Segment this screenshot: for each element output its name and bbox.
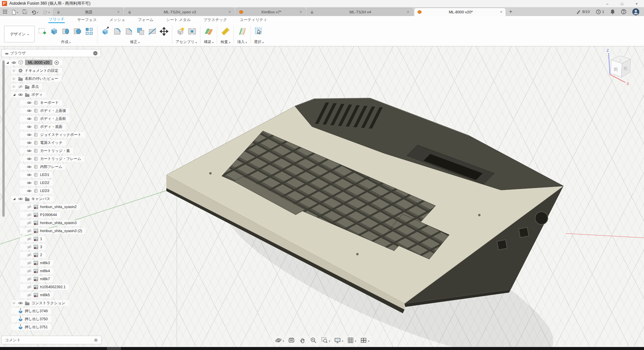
browser-row[interactable]: 3 bbox=[1, 243, 103, 251]
activity-button[interactable]: 1 bbox=[596, 9, 604, 14]
visibility-off-icon[interactable] bbox=[27, 204, 32, 209]
browser-item-label[interactable]: ml8k7 bbox=[40, 277, 50, 281]
group-label-inspect[interactable]: 検査 bbox=[220, 39, 230, 44]
browser-row[interactable]: 内部フレーム bbox=[1, 163, 103, 171]
undo-icon[interactable] bbox=[31, 9, 38, 15]
bell-icon[interactable] bbox=[610, 9, 615, 14]
visibility-on-icon[interactable] bbox=[27, 172, 32, 177]
browser-item-label[interactable]: ml8k5 bbox=[40, 293, 50, 297]
select-icon[interactable] bbox=[254, 27, 264, 36]
visibility-off-icon[interactable] bbox=[27, 277, 32, 282]
browser-row[interactable]: ▷原点 bbox=[1, 82, 103, 91]
browser-row[interactable]: 1 bbox=[1, 235, 103, 243]
pattern-icon[interactable] bbox=[85, 27, 94, 36]
fillet-icon[interactable] bbox=[113, 27, 122, 36]
browser-row[interactable]: ボディ・上面後 bbox=[1, 107, 103, 115]
browser-row[interactable]: ボディ・上面前 bbox=[1, 115, 103, 123]
save-icon[interactable] bbox=[22, 9, 27, 14]
split-body-icon[interactable] bbox=[148, 27, 157, 36]
browser-item-label[interactable]: 電源スイッチ bbox=[40, 140, 62, 145]
browser-item-label[interactable]: ボディ・上面後 bbox=[40, 108, 66, 113]
viewports-icon[interactable] bbox=[360, 337, 369, 344]
visibility-on-icon[interactable] bbox=[11, 60, 16, 65]
browser-item-label[interactable]: コンストラクション bbox=[31, 301, 65, 306]
browser-row[interactable]: 押し出し3750 bbox=[1, 315, 103, 323]
close-button[interactable]: × bbox=[629, 0, 644, 7]
browser-row[interactable]: ▷名前の付いたビュー bbox=[1, 74, 103, 82]
visibility-on-icon[interactable] bbox=[27, 108, 32, 113]
close-tab-icon[interactable]: × bbox=[117, 10, 120, 14]
browser-row[interactable]: LED1 bbox=[1, 171, 103, 179]
move-icon[interactable] bbox=[159, 27, 169, 36]
visibility-on-icon[interactable] bbox=[27, 100, 32, 105]
group-label-select[interactable]: 選択 bbox=[254, 39, 264, 44]
visibility-off-icon[interactable] bbox=[27, 244, 32, 249]
visibility-off-icon[interactable] bbox=[27, 220, 32, 225]
visibility-on-icon[interactable] bbox=[27, 124, 32, 129]
browser-row[interactable]: honbun_shita_syasin3 (2) bbox=[1, 227, 103, 235]
visibility-off-icon[interactable] bbox=[27, 260, 32, 266]
browser-header[interactable]: ブラウザ bbox=[1, 49, 101, 57]
browser-item-label[interactable]: 押し出し3749 bbox=[25, 309, 48, 314]
browser-row[interactable]: 押し出し3751 bbox=[1, 323, 103, 331]
browser-item-label[interactable]: ml8k4 bbox=[40, 269, 50, 273]
grid-settings-icon[interactable] bbox=[347, 337, 356, 344]
browser-row[interactable]: LED3 bbox=[1, 187, 103, 195]
browser-item-label[interactable]: honbun_shita_syasin2 bbox=[40, 205, 76, 209]
joint-icon[interactable] bbox=[187, 27, 197, 36]
browser-collapse-icon[interactable] bbox=[5, 51, 7, 55]
group-label-insert[interactable]: 挿入 bbox=[237, 39, 247, 44]
design-menu-button[interactable]: デザイン bbox=[4, 26, 35, 42]
browser-item-label[interactable]: キーボード bbox=[40, 100, 59, 105]
visibility-off-icon[interactable] bbox=[27, 236, 32, 241]
group-label-create[interactable]: 作成 bbox=[61, 39, 70, 44]
browser-item-label[interactable]: 1 bbox=[40, 237, 42, 241]
visibility-on-icon[interactable] bbox=[18, 301, 23, 306]
visibility-on-icon[interactable] bbox=[18, 196, 23, 201]
browser-row[interactable]: キーボード bbox=[1, 99, 103, 107]
browser-item-label[interactable]: ML-8000 v20 bbox=[25, 60, 52, 65]
visibility-on-icon[interactable] bbox=[27, 140, 32, 145]
new-component-icon[interactable] bbox=[176, 27, 185, 36]
zoom-window-icon[interactable] bbox=[321, 337, 330, 344]
close-tab-icon[interactable]: × bbox=[407, 10, 409, 14]
browser-row[interactable]: 2 bbox=[1, 251, 103, 259]
expander-closed-icon[interactable]: ▷ bbox=[12, 85, 16, 88]
ribbon-tab[interactable]: メッシュ bbox=[109, 17, 126, 23]
browser-row[interactable]: ml8k3 bbox=[1, 259, 103, 267]
redo-icon[interactable] bbox=[43, 9, 50, 15]
job-status-button[interactable]: 8/10 bbox=[576, 9, 590, 14]
browser-row[interactable]: カートリッジ・蓋 bbox=[1, 147, 103, 155]
browser-item-label[interactable]: LED3 bbox=[40, 189, 49, 193]
visibility-on-icon[interactable] bbox=[27, 148, 32, 153]
visibility-on-icon[interactable] bbox=[27, 164, 32, 169]
ribbon-tab[interactable]: ソリッド bbox=[48, 16, 65, 23]
browser-row[interactable]: ml8k4 bbox=[1, 267, 103, 275]
new-tab-button[interactable]: + bbox=[507, 8, 516, 16]
minimize-button[interactable]: – bbox=[600, 0, 615, 7]
avatar[interactable] bbox=[632, 8, 639, 15]
press-pull-icon[interactable] bbox=[101, 27, 110, 36]
expander-open-icon[interactable]: ◢ bbox=[12, 93, 16, 96]
expander-open-icon[interactable]: ◢ bbox=[5, 61, 10, 64]
ribbon-tab[interactable]: ユーティリティ bbox=[239, 17, 268, 23]
group-label-construct[interactable]: 構築 bbox=[204, 39, 213, 44]
add-comment-icon[interactable] bbox=[94, 337, 98, 343]
visibility-on-icon[interactable] bbox=[27, 180, 32, 185]
zoom-icon[interactable] bbox=[310, 337, 317, 344]
browser-row[interactable]: honbun_shita_syasin3 bbox=[1, 219, 103, 227]
browser-item-label[interactable]: P1090644 bbox=[40, 213, 57, 217]
orbit-icon[interactable] bbox=[275, 337, 284, 344]
create-sketch-icon[interactable] bbox=[38, 27, 47, 36]
browser-row[interactable]: ▷ドキュメントの設定 bbox=[1, 66, 103, 74]
document-tab[interactable]: 無題× bbox=[53, 8, 123, 16]
browser-item-label[interactable]: ドキュメントの設定 bbox=[25, 68, 58, 73]
browser-item-label[interactable]: 名前の付いたビュー bbox=[25, 76, 58, 81]
pan-icon[interactable] bbox=[299, 337, 306, 344]
expander-open-icon[interactable]: ◢ bbox=[12, 197, 16, 200]
browser-item-label[interactable]: 押し出し3751 bbox=[25, 325, 48, 330]
browser-item-label[interactable]: ボディ・上面前 bbox=[40, 116, 66, 121]
browser-row[interactable]: ◢ボディ bbox=[1, 91, 103, 99]
combine-icon[interactable] bbox=[136, 27, 145, 36]
visibility-on-icon[interactable] bbox=[27, 188, 32, 193]
